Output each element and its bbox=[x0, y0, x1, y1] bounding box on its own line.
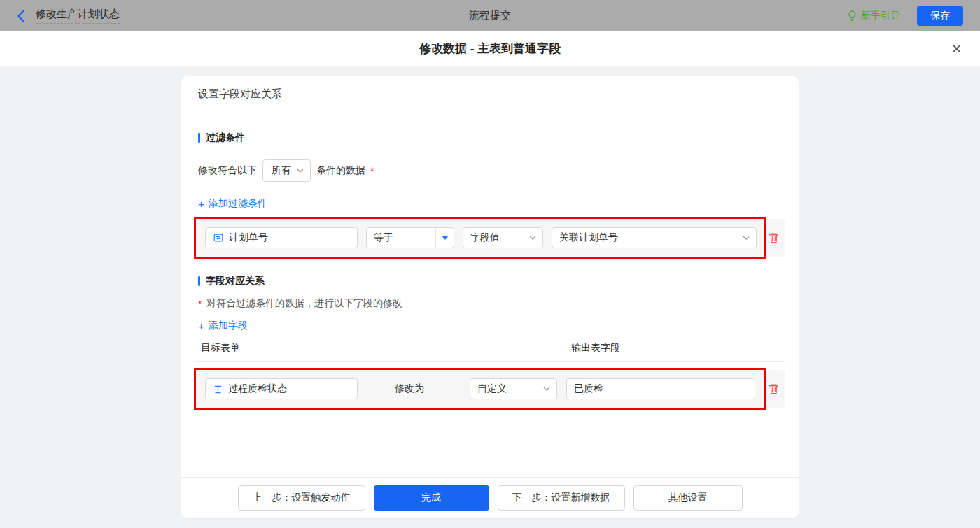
mapping-description: * 对符合过滤条件的数据，进行以下字段的修改 bbox=[198, 297, 782, 310]
value-type-select[interactable]: 字段值 bbox=[463, 227, 543, 248]
serial-number-field-icon bbox=[213, 232, 224, 243]
required-asterisk: * bbox=[370, 165, 374, 176]
chevron-down-icon bbox=[743, 236, 750, 240]
card-footer: 上一步：设置触发动作 完成 下一步：设置新增数据 其他设置 bbox=[181, 477, 799, 518]
flow-type-label: 流程提交 bbox=[0, 9, 980, 22]
chevron-down-icon bbox=[529, 236, 536, 240]
workflow-title[interactable]: 修改生产计划状态 bbox=[36, 8, 120, 24]
add-field-label: 添加字段 bbox=[209, 320, 248, 332]
sentence-suffix: 条件的数据 bbox=[316, 164, 365, 177]
back-chevron-icon bbox=[17, 10, 24, 22]
plus-icon: + bbox=[198, 321, 204, 331]
modify-to-label: 修改为 bbox=[395, 383, 424, 395]
operator-select[interactable]: 等于 bbox=[366, 227, 454, 248]
output-field-header: 输出表字段 bbox=[571, 342, 620, 355]
value-type-value: 字段值 bbox=[470, 231, 500, 244]
prev-step-button[interactable]: 上一步：设置触发动作 bbox=[238, 485, 365, 511]
add-filter-condition-label: 添加过滤条件 bbox=[209, 197, 267, 210]
save-button[interactable]: 保存 bbox=[917, 6, 963, 26]
operator-value: 等于 bbox=[374, 231, 393, 244]
filter-condition-row: 计划单号 等于 字段值 关联计划单号 bbox=[195, 219, 785, 257]
match-type-value: 所有 bbox=[272, 164, 291, 177]
filter-field-value: 计划单号 bbox=[229, 231, 268, 244]
card-title: 设置字段对应关系 bbox=[181, 76, 799, 110]
value-field-value: 关联计划单号 bbox=[559, 231, 618, 244]
required-asterisk: * bbox=[198, 299, 202, 309]
value-field-select[interactable]: 关联计划单号 bbox=[552, 227, 757, 248]
delete-mapping-row-button[interactable] bbox=[768, 383, 780, 395]
beginner-guide-button[interactable]: 新手引导 bbox=[847, 10, 900, 22]
match-type-select[interactable]: 所有 bbox=[262, 159, 311, 182]
text-field-icon bbox=[213, 384, 223, 394]
next-step-button[interactable]: 下一步：设置新增数据 bbox=[498, 485, 625, 511]
target-field-picker[interactable]: 过程质检状态 bbox=[205, 378, 358, 399]
caret-down-filled-icon bbox=[435, 228, 454, 248]
custom-value-input[interactable] bbox=[574, 383, 748, 394]
filter-section-title: 过滤条件 bbox=[198, 131, 782, 144]
field-mapping-row: 过程质检状态 修改为 自定义 bbox=[195, 370, 785, 408]
close-icon[interactable]: ✕ bbox=[951, 43, 962, 55]
modal-title: 修改数据 - 主表到普通字段 bbox=[419, 41, 561, 57]
chevron-down-icon bbox=[297, 169, 304, 173]
target-field-value: 过程质检状态 bbox=[228, 383, 287, 395]
done-button[interactable]: 完成 bbox=[374, 485, 489, 511]
section-marker bbox=[198, 133, 200, 143]
plus-icon: + bbox=[198, 199, 204, 209]
modal-body: 设置字段对应关系 过滤条件 修改符合以下 所有 条件的数据 * + bbox=[0, 76, 980, 528]
target-form-header: 目标表单 bbox=[201, 342, 240, 355]
modify-value-type-select[interactable]: 自定义 bbox=[470, 378, 557, 399]
add-field-link[interactable]: + 添加字段 bbox=[198, 320, 248, 332]
sentence-prefix: 修改符合以下 bbox=[198, 164, 257, 177]
filter-condition-sentence: 修改符合以下 所有 条件的数据 * bbox=[198, 159, 782, 182]
delete-filter-row-button[interactable] bbox=[768, 232, 780, 244]
trash-icon bbox=[768, 383, 780, 395]
custom-value-field bbox=[566, 378, 755, 399]
mapping-column-headers: 目标表单 输出表字段 bbox=[195, 342, 785, 362]
filter-field-picker[interactable]: 计划单号 bbox=[205, 227, 358, 248]
modal-header: 修改数据 - 主表到普通字段 ✕ bbox=[0, 31, 980, 66]
other-settings-button[interactable]: 其他设置 bbox=[634, 485, 743, 511]
section-marker bbox=[198, 276, 200, 286]
beginner-guide-label: 新手引导 bbox=[861, 10, 900, 22]
mapping-section-title: 字段对应关系 bbox=[198, 275, 782, 287]
top-bar: 修改生产计划状态 流程提交 新手引导 保存 bbox=[0, 0, 980, 31]
settings-card: 设置字段对应关系 过滤条件 修改符合以下 所有 条件的数据 * + bbox=[181, 76, 799, 518]
add-filter-condition-link[interactable]: + 添加过滤条件 bbox=[198, 197, 267, 210]
back-button[interactable] bbox=[17, 10, 24, 22]
lightbulb-icon bbox=[847, 10, 858, 22]
trash-icon bbox=[768, 232, 780, 244]
chevron-down-icon bbox=[543, 387, 550, 391]
modify-value-type-value: 自定义 bbox=[477, 383, 507, 395]
